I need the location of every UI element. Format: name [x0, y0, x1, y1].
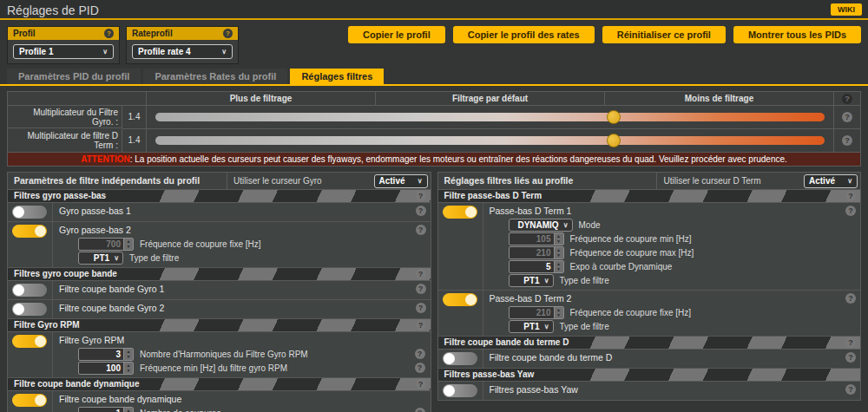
dterm-lowpass1-type-select[interactable]: PT1	[509, 274, 554, 287]
dterm-lowpass1-mode-select[interactable]: DYNAMIQ	[509, 219, 573, 232]
dynamic-notch-toggle[interactable]	[12, 394, 47, 407]
filter-panels: Paramètres de filtre indépendants du pro…	[7, 172, 861, 412]
use-gyro-slider-select[interactable]: Activé	[374, 174, 428, 188]
help-icon[interactable]	[416, 225, 426, 235]
chevron-down-icon	[563, 221, 569, 229]
help-icon[interactable]	[223, 29, 233, 38]
tab-filter-settings[interactable]: Réglages filtres	[290, 69, 384, 84]
slider-header-less: Moins de filtrage	[605, 92, 834, 106]
copy-profile-button[interactable]: Copier le profil	[348, 26, 445, 43]
gyro-lowpass2-toggle[interactable]	[12, 225, 47, 238]
spinner-icon[interactable]	[123, 408, 133, 412]
dterm-lowpass2-type-select[interactable]: PT1	[509, 320, 554, 333]
copy-rateprofile-button[interactable]: Copier le profil des rates	[453, 26, 595, 43]
section-dynamic-notch: Filtre coupe bande dynamique	[8, 378, 431, 391]
gyro-lowpass2-label: Gyro passe-bas 2	[59, 224, 410, 237]
chevron-down-icon	[544, 277, 549, 284]
help-icon[interactable]	[842, 135, 852, 146]
help-icon[interactable]	[845, 337, 856, 348]
spinner-icon[interactable]	[123, 239, 133, 250]
profile-select[interactable]: Profile 1	[13, 44, 114, 59]
yaw-lowpass-toggle[interactable]	[443, 384, 477, 397]
profile-filters-panel: Réglages filtres liés au profile Utilise…	[437, 172, 862, 401]
rpm-minfreq-input[interactable]: 100	[78, 362, 134, 375]
chevron-down-icon	[221, 48, 227, 56]
gyro-lowpass2-type-select[interactable]: PT1	[78, 252, 123, 265]
help-icon[interactable]	[415, 408, 425, 412]
show-all-pids-button[interactable]: Montrer tous les PIDs	[733, 26, 861, 43]
rpm-harmonics-input[interactable]: 3	[78, 348, 134, 361]
dterm-lowpass1-maxfreq-input[interactable]: 210	[509, 246, 564, 259]
help-icon[interactable]	[842, 94, 852, 104]
spinner-icon[interactable]	[554, 307, 563, 318]
gyro-rpm-row: Filtre Gyro RPM 3 Nombre d'Harmoniques d…	[8, 332, 431, 378]
profile-box-header: Profil	[8, 27, 119, 40]
dterm-lowpass1-row: Passe-bas D Term 1 DYNAMIQ Mode 105 Fréq…	[438, 203, 861, 291]
use-dterm-slider-select[interactable]: Activé	[804, 174, 858, 188]
help-icon[interactable]	[416, 379, 426, 389]
help-icon[interactable]	[842, 112, 852, 122]
dterm-notch-row: Filtre coupe bande du terme D	[438, 350, 861, 369]
dterm-lowpass2-row: Passe-bas D Term 2 210 Fréquence de coup…	[438, 291, 861, 337]
gyro-slider-track[interactable]	[155, 113, 825, 121]
rateprofile-select-value: Profile rate 4	[138, 47, 191, 56]
dterm-lowpass1-minfreq-input[interactable]: 105	[509, 232, 564, 245]
reset-profile-button[interactable]: Réinitialiser ce profil	[602, 26, 726, 43]
help-icon[interactable]	[845, 352, 856, 363]
rateprofile-box-header: Rateprofil	[127, 27, 238, 40]
dterm-slider-track[interactable]	[155, 136, 825, 145]
gyro-filter-slider	[147, 106, 834, 129]
dterm-filter-slider	[147, 129, 834, 152]
gyro-lowpass1-label: Gyro passe-bas 1	[59, 205, 410, 218]
right-panel-title: Réglages filtres liés au profile	[438, 173, 658, 189]
dterm-lowpass1-toggle[interactable]	[443, 206, 477, 219]
spinner-icon[interactable]	[554, 247, 563, 258]
dterm-notch-label: Filtre coupe bande du terme D	[490, 351, 840, 364]
help-icon[interactable]	[416, 284, 426, 294]
gyro-lowpass2-row: Gyro passe-bas 2 700 Fréquence de coupur…	[8, 222, 431, 268]
wiki-button[interactable]: WIKI	[831, 3, 862, 16]
dterm-lowpass2-freq-input[interactable]: 210	[509, 306, 564, 319]
gyro-rpm-toggle[interactable]	[12, 335, 47, 348]
help-icon[interactable]	[416, 206, 426, 216]
spinner-icon[interactable]	[123, 349, 133, 360]
gyro-lowpass2-freq-input[interactable]: 700	[78, 238, 134, 251]
gyro-notch2-toggle[interactable]	[12, 303, 47, 316]
help-icon[interactable]	[415, 349, 425, 359]
help-icon[interactable]	[845, 293, 856, 304]
help-icon[interactable]	[845, 384, 856, 395]
dyn-notch-count-input[interactable]: 1	[78, 407, 134, 412]
gyro-lowpass1-toggle[interactable]	[12, 206, 47, 219]
gyro-notch1-toggle[interactable]	[12, 284, 47, 297]
warning-prefix: ATTENTION	[81, 154, 129, 164]
dterm-lowpass2-toggle[interactable]	[443, 293, 477, 306]
dterm-notch-toggle[interactable]	[443, 352, 477, 365]
section-yaw-lowpass: Filtres passe-bas Yaw	[438, 369, 861, 382]
section-gyro-rpm: Filtre Gyro RPM	[8, 319, 431, 332]
spinner-icon[interactable]	[554, 233, 563, 245]
dterm-lowpass1-expo-input[interactable]: 5	[509, 260, 564, 273]
help-icon[interactable]	[415, 363, 425, 373]
help-icon[interactable]	[416, 303, 426, 313]
rateprofile-select[interactable]: Profile rate 4	[132, 44, 233, 59]
tab-pid-settings[interactable]: Paramètres PID du profil	[7, 69, 141, 84]
help-icon[interactable]	[416, 320, 426, 330]
help-icon[interactable]	[104, 29, 114, 38]
chevron-down-icon	[102, 48, 108, 56]
tab-rates-settings[interactable]: Paramètres Rates du profil	[143, 69, 287, 84]
spinner-icon[interactable]	[554, 261, 563, 272]
profile-row: Profil Profile 1 Rateprofil Profile rate…	[7, 26, 861, 64]
help-icon[interactable]	[416, 191, 426, 201]
help-icon[interactable]	[845, 206, 856, 216]
help-icon[interactable]	[845, 191, 856, 201]
spinner-icon[interactable]	[123, 363, 133, 374]
dynamic-notch-row: Filtre coupe bande dynamique 1 Nombre de…	[8, 391, 431, 412]
rateprofile-label: Rateprofil	[132, 29, 173, 38]
dterm-slider-thumb[interactable]	[607, 134, 621, 147]
dterm-lowpass2-label: Passe-bas D Term 2	[490, 292, 840, 305]
yaw-lowpass-row: Filtres passe-bas Yaw	[438, 382, 861, 400]
help-icon[interactable]	[416, 269, 426, 279]
gyro-slider-thumb[interactable]	[607, 110, 621, 124]
gyro-slider-help	[834, 106, 860, 129]
slider-warning-banner: ATTENTION: La position actuelle des curs…	[7, 153, 861, 167]
